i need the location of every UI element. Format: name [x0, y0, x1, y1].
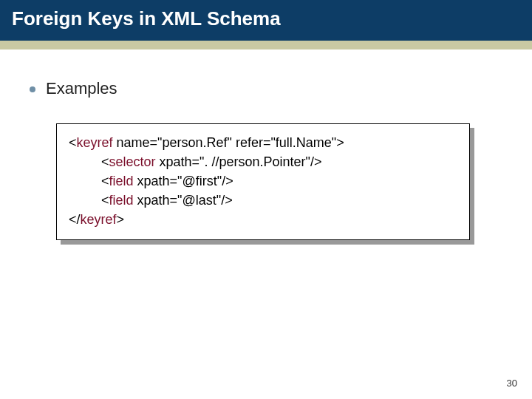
bullet-icon	[30, 86, 35, 92]
bullet-item: Examples	[30, 79, 502, 98]
slide-body: Examples <keyref name="person.Ref" refer…	[0, 50, 532, 240]
code-line-2: <selector xpath=". //person.Pointer"/>	[69, 152, 457, 171]
code-line-5: </keyref>	[69, 210, 457, 229]
bullet-text: Examples	[46, 79, 117, 98]
code-line-4: <field xpath="@last"/>	[69, 191, 457, 210]
keyword-field: field	[109, 193, 134, 208]
code-line-3: <field xpath="@first"/>	[69, 171, 457, 191]
page-number: 30	[507, 378, 517, 389]
slide-title: Foreign Keys in XML Schema	[12, 7, 520, 30]
keyword-keyref: keyref	[77, 135, 113, 150]
slide: Foreign Keys in XML Schema Examples <key…	[0, 0, 532, 399]
code-line-1: <keyref name="person.Ref" refer="full.Na…	[69, 133, 457, 152]
keyword-selector: selector	[109, 154, 156, 169]
code-example: <keyref name="person.Ref" refer="full.Na…	[56, 123, 470, 240]
code-box: <keyref name="person.Ref" refer="full.Na…	[56, 123, 470, 240]
keyword-keyref-close: keyref	[81, 212, 117, 227]
accent-band	[0, 41, 532, 50]
keyword-field: field	[109, 174, 134, 188]
title-band: Foreign Keys in XML Schema	[0, 0, 532, 41]
